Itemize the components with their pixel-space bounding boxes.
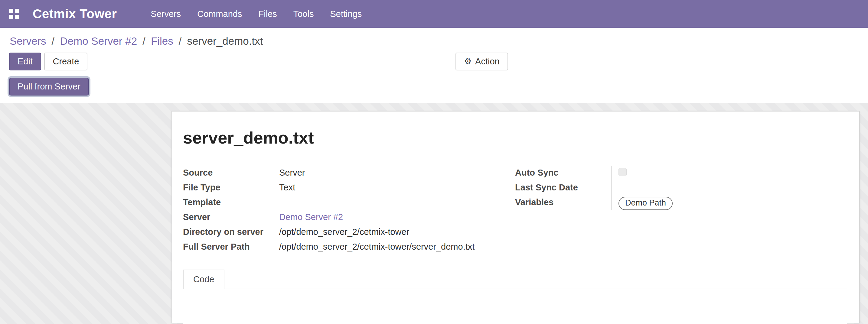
field-value-server: Demo Server #2 (279, 210, 515, 225)
field-value-file-type: Text (279, 181, 515, 195)
pull-button-row: Pull from Server (0, 73, 868, 103)
apps-grid-square (9, 15, 13, 19)
pull-from-server-button[interactable]: Pull from Server (9, 78, 89, 96)
create-button[interactable]: Create (44, 53, 87, 70)
field-label-auto-sync: Auto Sync (515, 166, 611, 181)
field-value-full-server-path: /opt/demo_server_2/cetmix-tower/server_d… (279, 240, 515, 255)
breadcrumb: Servers/Demo Server #2/Files/server_demo… (10, 35, 858, 47)
apps-grid-square (9, 9, 13, 13)
field-groups: SourceServerFile TypeTextTemplateServerD… (183, 166, 847, 255)
action-button-label: Action (475, 56, 500, 67)
nav-menu-commands[interactable]: Commands (197, 9, 242, 19)
breadcrumb-current: server_demo.txt (187, 35, 263, 47)
field-value-auto-sync (611, 166, 847, 181)
breadcrumb-separator: / (143, 35, 146, 47)
action-button[interactable]: ⚙ Action (456, 53, 508, 70)
breadcrumb-link-servers[interactable]: Servers (10, 35, 46, 47)
nav-menu-tools[interactable]: Tools (293, 9, 314, 19)
app-brand[interactable]: Cetmix Tower (33, 7, 117, 21)
tag-demo-path[interactable]: Demo Path (619, 197, 673, 210)
field-label-directory-on-server: Directory on server (183, 225, 279, 240)
form-sheet: server_demo.txt SourceServerFile TypeTex… (172, 111, 860, 323)
field-label-template: Template (183, 195, 279, 210)
field-label-source: Source (183, 166, 279, 181)
navbar-menu: ServersCommandsFilesToolsSettings (151, 9, 362, 19)
field-value-last-sync-date (611, 181, 847, 195)
field-value-template (279, 195, 515, 210)
left-field-group: SourceServerFile TypeTextTemplateServerD… (183, 166, 515, 255)
breadcrumb-separator: / (52, 35, 55, 47)
field-label-server: Server (183, 210, 279, 225)
field-value-variables: Demo Path (611, 195, 847, 210)
breadcrumb-link-files[interactable]: Files (151, 35, 173, 47)
apps-grid-square (15, 15, 19, 19)
right-field-group: Auto SyncLast Sync DateVariablesDemo Pat… (515, 166, 847, 255)
edit-button[interactable]: Edit (9, 53, 41, 70)
nav-menu-servers[interactable]: Servers (151, 9, 181, 19)
form-view-background: server_demo.txt SourceServerFile TypeTex… (0, 103, 868, 324)
notebook: Code (183, 269, 847, 324)
nav-menu-files[interactable]: Files (258, 9, 277, 19)
field-value-directory-on-server: /opt/demo_server_2/cetmix-tower (279, 225, 515, 240)
link-demo-server-2[interactable]: Demo Server #2 (279, 212, 343, 222)
apps-grid-square (15, 9, 19, 13)
field-value-source: Server (279, 166, 515, 181)
field-label-variables: Variables (515, 195, 611, 210)
control-buttons-row: Edit Create ⚙ Action (0, 49, 868, 73)
notebook-tabs: Code (183, 269, 847, 289)
field-label-file-type: File Type (183, 181, 279, 195)
apps-grid-icon[interactable] (9, 9, 19, 19)
notebook-header-line (224, 269, 847, 289)
field-label-full-server-path: Full Server Path (183, 240, 279, 255)
tab-code[interactable]: Code (183, 269, 224, 289)
breadcrumb-link-demo-server-2[interactable]: Demo Server #2 (60, 35, 137, 47)
top-navbar: Cetmix Tower ServersCommandsFilesToolsSe… (0, 0, 868, 28)
nav-menu-settings[interactable]: Settings (330, 9, 362, 19)
auto-sync-checkbox[interactable] (619, 168, 627, 176)
breadcrumb-separator: / (179, 35, 182, 47)
record-title: server_demo.txt (183, 128, 847, 147)
gear-icon: ⚙ (464, 57, 471, 66)
tab-content-code (183, 289, 847, 324)
breadcrumb-row: Servers/Demo Server #2/Files/server_demo… (0, 28, 868, 49)
field-label-last-sync-date: Last Sync Date (515, 181, 611, 195)
